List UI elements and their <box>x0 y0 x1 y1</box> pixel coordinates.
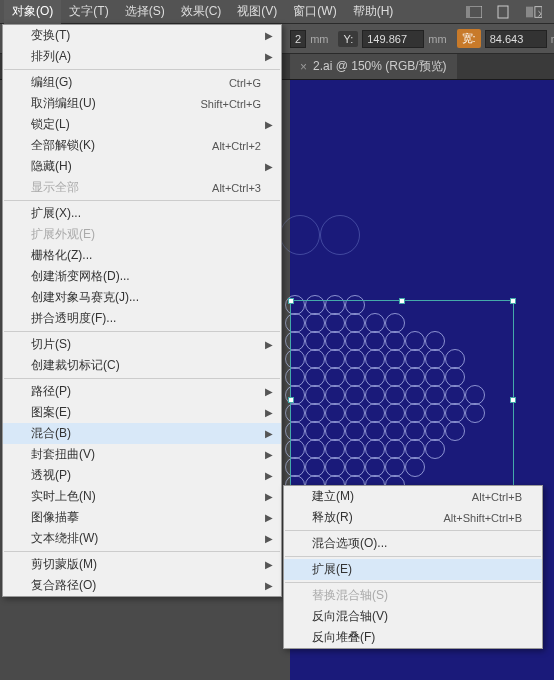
menubar: 对象(O) 文字(T) 选择(S) 效果(C) 视图(V) 窗口(W) 帮助(H… <box>0 0 554 24</box>
handle-mr[interactable] <box>510 397 516 403</box>
mi-blend[interactable]: 混合(B)▶ <box>3 423 281 444</box>
unit-3: mm <box>551 33 554 45</box>
mi-flatten[interactable]: 拼合透明度(F)... <box>3 308 281 329</box>
mi-expand-appearance: 扩展外观(E) <box>3 224 281 245</box>
handle-tr[interactable] <box>510 298 516 304</box>
mi-ungroup[interactable]: 取消编组(U)Shift+Ctrl+G <box>3 93 281 114</box>
chevron-right-icon: ▶ <box>265 339 273 350</box>
svg-rect-2 <box>498 6 508 18</box>
mi-object-mosaic[interactable]: 创建对象马赛克(J)... <box>3 287 281 308</box>
tab-title: 2.ai @ 150% (RGB/预览) <box>313 58 447 75</box>
mi-text-wrap[interactable]: 文本绕排(W)▶ <box>3 528 281 549</box>
chevron-right-icon: ▶ <box>265 30 273 41</box>
separator <box>4 331 280 332</box>
chevron-right-icon: ▶ <box>265 119 273 130</box>
svg-rect-4 <box>535 6 542 17</box>
object-menu: 变换(T)▶ 排列(A)▶ 编组(G)Ctrl+G 取消编组(U)Shift+C… <box>2 24 282 597</box>
layout-icon[interactable] <box>466 4 482 20</box>
separator <box>4 551 280 552</box>
svg-rect-3 <box>526 6 533 17</box>
menu-effect[interactable]: 效果(C) <box>173 0 230 24</box>
smi-reverse-front[interactable]: 反向堆叠(F) <box>284 627 542 648</box>
mi-show-all: 显示全部Alt+Ctrl+3 <box>3 177 281 198</box>
separator <box>285 530 541 531</box>
smi-options[interactable]: 混合选项(O)... <box>284 533 542 554</box>
chevron-right-icon: ▶ <box>265 51 273 62</box>
mi-group[interactable]: 编组(G)Ctrl+G <box>3 72 281 93</box>
menu-object[interactable]: 对象(O) <box>4 0 61 24</box>
separator <box>4 378 280 379</box>
chevron-right-icon: ▶ <box>265 449 273 460</box>
w-input[interactable] <box>485 30 547 48</box>
chevron-right-icon: ▶ <box>265 161 273 172</box>
mi-gradient-mesh[interactable]: 创建渐变网格(D)... <box>3 266 281 287</box>
menu-select[interactable]: 选择(S) <box>117 0 173 24</box>
chevron-right-icon: ▶ <box>265 428 273 439</box>
chevron-right-icon: ▶ <box>265 559 273 570</box>
arrange-icon[interactable] <box>526 4 542 20</box>
tab-document[interactable]: × 2.ai @ 150% (RGB/预览) <box>290 54 457 79</box>
mi-slice[interactable]: 切片(S)▶ <box>3 334 281 355</box>
chevron-right-icon: ▶ <box>265 580 273 591</box>
mi-compound-path[interactable]: 复合路径(O)▶ <box>3 575 281 596</box>
smi-reverse-spine[interactable]: 反向混合轴(V) <box>284 606 542 627</box>
smi-make[interactable]: 建立(M)Alt+Ctrl+B <box>284 486 542 507</box>
handle-tl[interactable] <box>288 298 294 304</box>
chevron-right-icon: ▶ <box>265 386 273 397</box>
document-icon[interactable] <box>496 4 512 20</box>
smi-expand[interactable]: 扩展(E) <box>284 559 542 580</box>
menu-view[interactable]: 视图(V) <box>229 0 285 24</box>
handle-tm[interactable] <box>399 298 405 304</box>
svg-rect-1 <box>466 6 470 18</box>
chevron-right-icon: ▶ <box>265 407 273 418</box>
selection-bounds <box>290 300 514 500</box>
separator <box>4 69 280 70</box>
mi-trim-marks[interactable]: 创建裁切标记(C) <box>3 355 281 376</box>
mi-pattern[interactable]: 图案(E)▶ <box>3 402 281 423</box>
mi-live-paint[interactable]: 实时上色(N)▶ <box>3 486 281 507</box>
chevron-right-icon: ▶ <box>265 512 273 523</box>
mi-expand[interactable]: 扩展(X)... <box>3 203 281 224</box>
chevron-right-icon: ▶ <box>265 533 273 544</box>
mi-arrange[interactable]: 排列(A)▶ <box>3 46 281 67</box>
mi-transform[interactable]: 变换(T)▶ <box>3 25 281 46</box>
mi-image-trace[interactable]: 图像描摹▶ <box>3 507 281 528</box>
y-label: Y: <box>338 31 358 47</box>
mi-unlock-all[interactable]: 全部解锁(K)Alt+Ctrl+2 <box>3 135 281 156</box>
blend-submenu: 建立(M)Alt+Ctrl+B 释放(R)Alt+Shift+Ctrl+B 混合… <box>283 485 543 649</box>
mi-clipping-mask[interactable]: 剪切蒙版(M)▶ <box>3 554 281 575</box>
chevron-right-icon: ▶ <box>265 491 273 502</box>
separator <box>4 200 280 201</box>
smi-replace-spine: 替换混合轴(S) <box>284 585 542 606</box>
mi-path[interactable]: 路径(P)▶ <box>3 381 281 402</box>
w-label: 宽: <box>457 29 481 48</box>
menu-window[interactable]: 窗口(W) <box>285 0 344 24</box>
mi-perspective[interactable]: 透视(P)▶ <box>3 465 281 486</box>
smi-release[interactable]: 释放(R)Alt+Shift+Ctrl+B <box>284 507 542 528</box>
menu-help[interactable]: 帮助(H) <box>345 0 402 24</box>
chevron-right-icon: ▶ <box>265 470 273 481</box>
mi-lock[interactable]: 锁定(L)▶ <box>3 114 281 135</box>
separator <box>285 582 541 583</box>
y-input[interactable] <box>362 30 424 48</box>
unit-1: mm <box>310 33 328 45</box>
mi-envelope[interactable]: 封套扭曲(V)▶ <box>3 444 281 465</box>
handle-ml[interactable] <box>288 397 294 403</box>
separator <box>285 556 541 557</box>
mi-hide[interactable]: 隐藏(H)▶ <box>3 156 281 177</box>
x-tail: 2 <box>290 30 306 48</box>
unit-2: mm <box>428 33 446 45</box>
menu-type[interactable]: 文字(T) <box>61 0 116 24</box>
mi-rasterize[interactable]: 栅格化(Z)... <box>3 245 281 266</box>
tab-close[interactable]: × <box>300 60 307 74</box>
